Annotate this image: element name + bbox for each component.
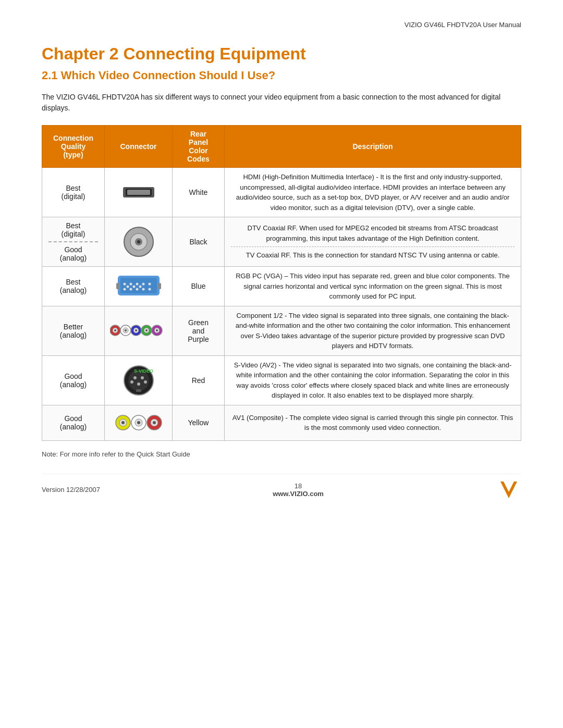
chapter-title: Chapter 2 Connecting Equipment [42,44,521,64]
description-cell: S-Video (AV2) - The video signal is sepa… [225,355,521,405]
color-cell: Black [173,217,225,267]
footer: Version 12/28/2007 18 www.VIZIO.com [42,474,521,500]
svg-point-20 [132,286,135,288]
svg-rect-23 [158,283,161,289]
svg-point-56 [153,421,156,424]
composite-icon [108,409,169,437]
table-row: Best(digital) WhiteHDMI (High-Definition… [42,168,521,217]
th-quality: ConnectionQuality(type) [42,126,105,168]
svg-point-6 [137,240,140,243]
connection-table: ConnectionQuality(type) Connector RearPa… [42,125,521,441]
footer-website: www.VIZIO.com [273,490,324,498]
description-cell: HDMI (High-Definition Multimedia Interfa… [225,168,521,217]
page-header: VIZIO GV46L FHDTV20A User Manual [42,21,521,29]
svg-point-16 [136,288,138,291]
svg-rect-22 [116,283,119,289]
th-description: Description [225,126,521,168]
color-cell: White [173,168,225,217]
table-header-row: ConnectionQuality(type) Connector RearPa… [42,126,521,168]
connector-cell [105,217,173,267]
connector-cell: S-VIDEO [105,355,173,405]
quality-cell: Best(digital)Good(analog) [42,217,105,267]
quality-cell: Good(analog) [42,405,105,440]
description-cell: DTV Coaxial RF. When used for MPEG2 enco… [225,217,521,267]
svg-point-50 [121,421,125,424]
svg-point-53 [137,421,140,424]
quality-cell: Good(analog) [42,355,105,405]
svg-text:S-VIDEO: S-VIDEO [134,368,153,374]
table-row: Better(analog) [42,306,521,355]
svg-point-14 [123,288,126,291]
svg-point-43 [130,380,133,384]
section-title: 2.1 Which Video Connection Should I Use? [42,69,521,82]
description-cell: AV1 (Composite) - The complete video sig… [225,405,521,440]
svg-point-42 [141,376,144,379]
connector-cell [105,267,173,306]
svg-rect-46 [136,389,141,392]
connector-cell [105,306,173,355]
svg-point-18 [148,288,151,291]
connector-cell [105,405,173,440]
page: VIZIO GV46L FHDTV20A User Manual Chapter… [0,0,563,728]
component-icon [108,316,169,345]
svg-point-12 [142,283,144,286]
svg-point-29 [125,329,127,331]
color-cell: GreenandPurple [173,306,225,355]
th-color: RearPanelColorCodes [173,126,225,168]
svg-point-15 [129,288,132,291]
svg-point-10 [129,283,132,286]
svg-point-32 [135,329,137,331]
quality-cell: Best(analog) [42,267,105,306]
manual-title: VIZIO GV46L FHDTV20A User Manual [405,21,521,29]
vizio-logo [496,479,521,500]
table-row: Best(analog) BlueRGB PC (VGA) – This vid… [42,267,521,306]
quality-cell: Best(digital) [42,168,105,217]
svg-point-35 [145,329,148,331]
svg-point-17 [142,288,144,291]
color-cell: Blue [173,267,225,306]
svg-rect-8 [120,278,157,293]
footer-page-number: 18 www.VIZIO.com [273,482,324,498]
svg-point-44 [137,382,140,386]
vga-icon [108,270,169,302]
svg-point-13 [148,283,151,286]
svg-point-26 [114,329,116,331]
intro-paragraph: The VIZIO GV46L FHDTV20A has six differe… [42,92,521,114]
svg-point-9 [123,283,126,286]
svg-point-21 [139,286,141,288]
svg-point-19 [126,286,129,288]
th-connector: Connector [105,126,173,168]
table-row: Best(digital)Good(analog) BlackDTV Coaxi… [42,217,521,267]
svg-point-45 [144,380,147,384]
hdmi-icon [108,179,169,205]
footer-version: Version 12/28/2007 [42,486,100,493]
coax-icon [108,224,169,260]
color-cell: Yellow [173,405,225,440]
quality-cell: Better(analog) [42,306,105,355]
svideo-icon: S-VIDEO [108,362,169,399]
svg-point-38 [156,329,158,331]
table-row: Good(analog) S-VIDEO RedS-Video (AV2) - … [42,355,521,405]
color-cell: Red [173,355,225,405]
svg-marker-57 [500,482,517,498]
note-text: Note: For more info refer to the Quick S… [42,450,521,458]
connector-cell [105,168,173,217]
svg-point-11 [136,283,138,286]
table-row: Good(analog) YellowAV1 (Composite) - The… [42,405,521,440]
svg-point-41 [133,376,137,379]
svg-rect-2 [127,190,150,195]
description-cell: Component 1/2 - The video signal is sepa… [225,306,521,355]
description-cell: RGB PC (VGA) – This video input has sepa… [225,267,521,306]
